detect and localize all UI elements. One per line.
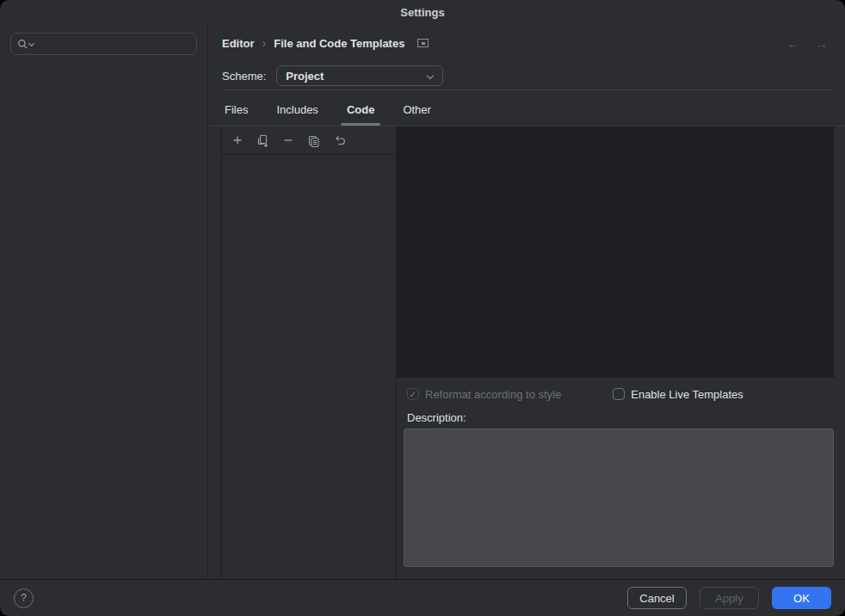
reformat-checkbox: ✓ <box>407 388 419 400</box>
template-tabs: Files Includes Code Other <box>208 90 845 126</box>
help-icon[interactable]: ? <box>14 588 34 608</box>
add-template-icon[interactable] <box>231 134 244 146</box>
tab-includes[interactable]: Includes <box>274 103 320 126</box>
scheme-label: Scheme: <box>222 70 266 83</box>
enable-live-templates-checkbox[interactable] <box>613 388 625 400</box>
traffic-lights <box>9 7 53 17</box>
chevron-down-icon <box>427 72 434 79</box>
history-nav: ← → <box>786 36 831 51</box>
apply-button: Apply <box>700 587 759 609</box>
forward-arrow-icon[interactable]: → <box>815 36 828 51</box>
template-list-panel <box>221 126 397 579</box>
breadcrumb-editor[interactable]: Editor <box>222 37 255 50</box>
tab-other[interactable]: Other <box>400 103 434 126</box>
description-label: Description: <box>407 411 466 424</box>
template-options: ✓ Reformat according to style Enable Liv… <box>397 378 834 405</box>
copy-template-icon[interactable] <box>307 134 320 147</box>
search-box[interactable] <box>10 33 197 55</box>
sidebar-nav <box>0 60 207 579</box>
scheme-row: Scheme: Project <box>208 62 845 89</box>
zoom-window-icon[interactable] <box>43 7 53 17</box>
settings-content: Editor › File and Code Templates ← → Sch… <box>208 24 845 579</box>
window-title: Settings <box>400 6 444 19</box>
tab-files[interactable]: Files <box>222 103 250 126</box>
create-child-template-icon[interactable] <box>256 134 269 147</box>
settings-window: Settings Editor › File and Code Template… <box>0 0 845 616</box>
header-row: Editor › File and Code Templates ← → <box>208 24 845 62</box>
screen-options-icon[interactable] <box>417 39 429 47</box>
settings-sidebar <box>0 24 208 579</box>
work-area: ✓ Reformat according to style Enable Liv… <box>208 126 845 579</box>
search-filter-chevron-icon[interactable] <box>29 41 34 46</box>
search-input[interactable] <box>35 37 190 52</box>
minimize-window-icon <box>26 7 36 17</box>
search-icon <box>17 39 28 50</box>
template-code-editor[interactable] <box>397 126 834 378</box>
scheme-dropdown[interactable]: Project <box>276 65 443 86</box>
ok-button[interactable]: OK <box>772 587 831 609</box>
reformat-checkbox-label: Reformat according to style <box>425 388 561 401</box>
cancel-button[interactable]: Cancel <box>627 587 687 609</box>
enable-live-templates-label: Enable Live Templates <box>631 388 743 401</box>
template-list <box>222 155 396 579</box>
tab-code[interactable]: Code <box>344 103 378 126</box>
reset-to-default-icon[interactable] <box>333 134 346 147</box>
editor-column: ✓ Reformat according to style Enable Liv… <box>397 126 845 579</box>
title-bar: Settings <box>0 0 845 24</box>
close-window-icon[interactable] <box>9 7 19 17</box>
back-arrow-icon[interactable]: ← <box>786 36 799 51</box>
breadcrumb-page-title: File and Code Templates <box>274 37 404 50</box>
template-list-toolbar <box>222 126 396 155</box>
breadcrumb-separator: › <box>262 36 267 50</box>
remove-template-icon[interactable] <box>282 134 294 146</box>
scheme-value: Project <box>286 70 324 83</box>
breadcrumb: Editor › File and Code Templates <box>222 36 429 50</box>
description-panel[interactable] <box>404 428 834 567</box>
footer-bar: ? Cancel Apply OK <box>0 579 845 616</box>
